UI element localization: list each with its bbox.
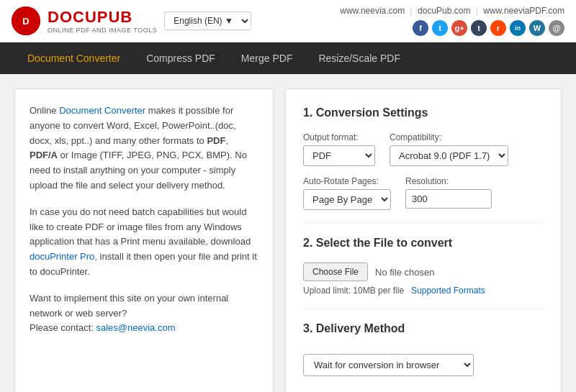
auto-rotate-group: Auto-Rotate Pages: Page By Page None All: [303, 176, 391, 210]
compatibility-group: Compatibility: Acrobat 9.0 (PDF 1.7) Acr…: [390, 132, 508, 166]
section1-title: 1. Conversion Settings: [303, 106, 544, 122]
nav-resize-pdf[interactable]: Resize/Scale PDF: [305, 44, 413, 73]
conversion-settings-row2: Auto-Rotate Pages: Page By Page None All…: [303, 176, 544, 210]
language-select[interactable]: English (EN) ▼: [164, 12, 251, 30]
neeviapdf-link[interactable]: www.neeviaPDF.com: [483, 6, 564, 16]
delivery-method-group: Wait for conversion in browser Email the…: [303, 354, 474, 376]
top-right: www.neevia.com | docuPub.com | www.neevi…: [340, 6, 564, 36]
section2-title: 2. Select the File to convert: [303, 237, 544, 252]
no-file-text: No file chosen: [375, 267, 434, 278]
facebook-icon[interactable]: f: [413, 20, 428, 36]
left-panel: Online Document Converter makes it possi…: [14, 88, 274, 392]
nav-document-converter[interactable]: Document Converter: [14, 44, 133, 73]
choose-file-button[interactable]: Choose File: [303, 263, 368, 281]
docuprinter-link[interactable]: docuPrinter Pro: [30, 251, 94, 262]
auto-rotate-select[interactable]: Page By Page None All: [303, 189, 391, 210]
intro-para3: Want to implement this site on your own …: [30, 291, 258, 336]
section-divider-1: [303, 223, 544, 224]
logo-area: D DOCUPUB ONLINE PDF AND IMAGE TOOLS Eng…: [12, 6, 251, 35]
file-row: Choose File No file chosen: [303, 263, 544, 281]
wordpress-icon[interactable]: W: [529, 20, 545, 36]
logo-text: DOCUPUB ONLINE PDF AND IMAGE TOOLS: [48, 8, 157, 34]
output-format-select[interactable]: PDF PDF/A TIFF JPEG PNG PCX BMP: [303, 145, 375, 166]
googleplus-icon[interactable]: g+: [451, 20, 467, 36]
sales-email-link[interactable]: sales@neevia.com: [96, 322, 176, 333]
top-links: www.neevia.com | docuPub.com | www.neevi…: [340, 6, 564, 16]
output-format-group: Output format: PDF PDF/A TIFF JPEG PNG P…: [303, 132, 375, 166]
nav-merge-pdf[interactable]: Merge PDF: [228, 44, 306, 73]
main-content: Online Document Converter makes it possi…: [0, 74, 576, 392]
linkedin-icon[interactable]: in: [510, 20, 526, 36]
nav-bar: Document Converter Compress PDF Merge PD…: [0, 42, 576, 74]
supported-formats-link[interactable]: Supported Formats: [411, 286, 485, 296]
email-icon[interactable]: @: [549, 20, 564, 36]
upload-limit-row: Upload limit: 10MB per file Supported Fo…: [303, 286, 544, 296]
upload-limit-text: Upload limit: 10MB per file: [303, 286, 404, 296]
reddit-icon[interactable]: r: [490, 20, 506, 36]
top-bar: D DOCUPUB ONLINE PDF AND IMAGE TOOLS Eng…: [0, 0, 576, 42]
conversion-settings-row1: Output format: PDF PDF/A TIFF JPEG PNG P…: [303, 132, 544, 166]
right-panel: 1. Conversion Settings Output format: PD…: [285, 88, 562, 392]
docupub-link[interactable]: docuPub.com: [418, 6, 470, 16]
tumblr-icon[interactable]: t: [471, 20, 487, 36]
auto-rotate-label: Auto-Rotate Pages:: [303, 176, 391, 186]
intro-para1: Online Document Converter makes it possi…: [30, 104, 258, 193]
resolution-group: Resolution: 300: [405, 176, 492, 210]
section-divider-2: [303, 309, 544, 309]
neevia-link[interactable]: www.neevia.com: [340, 6, 405, 16]
nav-compress-pdf[interactable]: Compress PDF: [133, 44, 228, 73]
logo-name: DOCUPUB: [48, 8, 157, 27]
docupub-logo-icon: D: [12, 6, 40, 35]
compatibility-label: Compatibility:: [390, 132, 508, 142]
twitter-icon[interactable]: t: [432, 20, 448, 36]
resolution-input[interactable]: 300: [405, 189, 492, 209]
delivery-method-select[interactable]: Wait for conversion in browser Email the…: [303, 354, 474, 376]
svg-text:D: D: [22, 16, 29, 27]
logo-sub: ONLINE PDF AND IMAGE TOOLS: [48, 27, 157, 34]
output-format-label: Output format:: [303, 132, 375, 142]
doc-converter-link[interactable]: Document Converter: [59, 105, 145, 116]
section3-title: 3. Delivery Method: [303, 322, 544, 338]
resolution-label: Resolution:: [405, 176, 492, 186]
compatibility-select[interactable]: Acrobat 9.0 (PDF 1.7) Acrobat 8.0 (PDF 1…: [390, 145, 508, 166]
social-icons-row: f t g+ t r in W @: [413, 20, 564, 36]
intro-para2: In case you do not need batch capabiliti…: [30, 205, 258, 280]
